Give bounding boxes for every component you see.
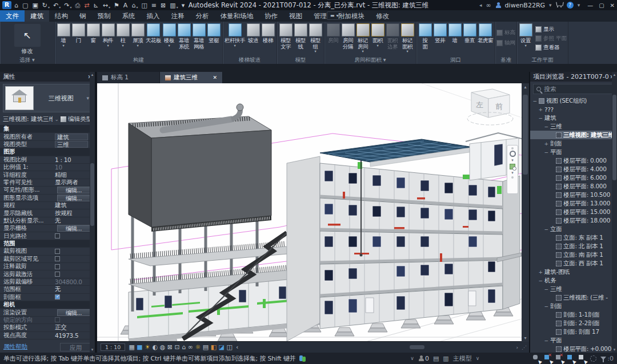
- edit-button[interactable]: 编辑...: [57, 309, 90, 316]
- select-links-toggle[interactable]: ▲: [533, 355, 540, 362]
- tree-item[interactable]: − 剖面: [530, 302, 617, 310]
- property-row[interactable]: 范围框 无 无: [0, 286, 95, 293]
- sync-with-central-icon[interactable]: ↻▾: [41, 2, 51, 9]
- ribbon-button[interactable]: 竖梃: [206, 23, 221, 48]
- property-row[interactable]: 渲染设置 编辑... 编辑...: [0, 309, 95, 316]
- tree-item[interactable]: 楼层平面: 13.000: [530, 199, 617, 208]
- ribbon-button[interactable]: 模型 组 ▾: [308, 23, 323, 54]
- property-value[interactable]: 正交: [55, 323, 66, 331]
- tree-expander[interactable]: −: [538, 115, 543, 121]
- search-icon[interactable]: ∞: [486, 2, 491, 9]
- tree-item[interactable]: − 视图 (SEC组织): [530, 96, 617, 105]
- ribbon-tab[interactable]: 系统: [117, 10, 141, 22]
- tree-item[interactable]: − 平面: [530, 148, 617, 156]
- tree-item[interactable]: 三维视图: 建筑三维: [530, 131, 617, 139]
- tree-item[interactable]: 楼层平面: 18.000: [530, 216, 617, 225]
- worksets-icon[interactable]: [299, 355, 306, 362]
- tree-expander[interactable]: −: [544, 338, 548, 343]
- tree-item[interactable]: 楼层平面: +0.000: [530, 345, 617, 353]
- displace-elements-icon[interactable]: ◪: [219, 343, 225, 351]
- select-underlay-toggle[interactable]: ✕▲: [544, 355, 552, 362]
- ribbon-button[interactable]: 幕墙 网格: [191, 23, 206, 54]
- tree-item[interactable]: 楼层平面: 6.000: [530, 173, 617, 182]
- ribbon-tab[interactable]: 分析: [190, 10, 215, 22]
- ribbon-tab[interactable]: 插入: [141, 10, 166, 22]
- ribbon-button[interactable]: 房间: [326, 23, 340, 48]
- tree-expander[interactable]: −: [538, 278, 543, 284]
- edit-button[interactable]: 编辑...: [57, 225, 90, 232]
- vcb-collapse-icon[interactable]: ‹: [236, 342, 238, 352]
- active-workset[interactable]: 主模型: [453, 354, 472, 363]
- property-row[interactable]: 图形: [0, 148, 95, 156]
- customize-qat-icon[interactable]: ▾: [181, 2, 187, 9]
- tree-item[interactable]: 楼层平面: 8.000: [530, 182, 617, 191]
- ribbon-button[interactable]: 标记 面积 ▾: [400, 23, 415, 54]
- property-row[interactable]: 视图类型 三维 三维: [0, 141, 95, 148]
- store-cart-icon[interactable]: [556, 2, 563, 7]
- ribbon-button[interactable]: 楼板 ▾: [162, 23, 177, 48]
- ribbon-button[interactable]: 模型 文字: [278, 23, 293, 54]
- tree-item[interactable]: 三维视图: (三维 -: [530, 293, 617, 302]
- ribbon-button[interactable]: 幕墙 系统: [177, 23, 191, 54]
- property-value[interactable]: 按规程: [55, 209, 73, 217]
- sun-path-icon[interactable]: ☀: [145, 343, 150, 351]
- ribbon-button[interactable]: 窗: [86, 23, 101, 48]
- property-value[interactable]: 无: [55, 285, 61, 293]
- unlocked-3d-view-icon[interactable]: ⌂: [182, 343, 186, 351]
- resize-grip[interactable]: ⋰: [522, 345, 526, 350]
- tree-item[interactable]: − 三维: [530, 285, 617, 293]
- tree-item[interactable]: 剖面: 1-1剖面: [530, 310, 617, 319]
- drag-on-selection-toggle[interactable]: ▲: [579, 355, 586, 362]
- highlight-displacement-sets-icon[interactable]: ◧: [211, 343, 217, 351]
- property-row[interactable]: 规程 建筑 建筑: [0, 202, 95, 209]
- view-cube[interactable]: 左 前: [467, 89, 513, 125]
- user-menu-caret[interactable]: ▾: [549, 2, 552, 8]
- signed-in-user[interactable]: diwenB22RG: [505, 2, 546, 9]
- tree-expander[interactable]: −: [532, 98, 537, 104]
- background-processes-icon[interactable]: [590, 355, 596, 362]
- tree-item[interactable]: 楼层平面: 10.500: [530, 191, 617, 199]
- property-row[interactable]: 投影模式 正交 正交: [0, 324, 95, 331]
- view-type-value[interactable]: 三维视图: 建筑三维: [3, 115, 53, 123]
- panel-label-room-area[interactable]: 房间和面积 ▾: [324, 56, 416, 64]
- ribbon-button[interactable]: 面积 边界: [385, 23, 400, 54]
- ribbon-tab[interactable]: 修改: [370, 10, 395, 22]
- property-value[interactable]: 建筑: [55, 201, 66, 209]
- workset-caret[interactable]: ∨: [410, 355, 414, 361]
- property-row[interactable]: 视图所有者 建筑 建筑: [0, 133, 95, 140]
- property-row[interactable]: 远剪裁激活: [0, 270, 95, 278]
- default-3d-view-icon[interactable]: ⌂▾: [130, 2, 139, 9]
- reveal-hidden-elements-icon[interactable]: ☼: [195, 343, 201, 351]
- property-row[interactable]: 裁剪视图: [0, 248, 95, 255]
- hscroll-right-icon[interactable]: ›: [516, 345, 518, 350]
- property-row[interactable]: 图形显示选项 编辑... 编辑...: [0, 195, 95, 202]
- active-workset-caret[interactable]: ∨: [476, 355, 480, 361]
- home-icon[interactable]: ⌂: [13, 2, 20, 9]
- back-icon[interactable]: ◂: [479, 2, 482, 8]
- property-value[interactable]: 41973.5: [55, 332, 78, 339]
- switch-windows-icon[interactable]: ▥▾: [169, 2, 179, 9]
- ribbon-tab[interactable]: 结构: [49, 10, 74, 22]
- undo-icon[interactable]: ↶▾: [52, 2, 62, 9]
- print-icon[interactable]: ⎙: [74, 2, 82, 9]
- drawing-area[interactable]: 左 前 ▾ ▾: [97, 83, 522, 342]
- property-value[interactable]: 10: [55, 164, 62, 171]
- property-row[interactable]: 零件可见性 显示两者 显示两者: [0, 179, 95, 187]
- tree-item[interactable]: 剖面: 剖面 17: [530, 327, 617, 336]
- temporary-view-properties-icon[interactable]: ▤: [203, 343, 209, 351]
- property-row[interactable]: 默认分析显示... 无 无: [0, 217, 95, 225]
- redo-icon[interactable]: ↷▾: [63, 2, 73, 9]
- ribbon-button[interactable]: 墙: [447, 23, 462, 48]
- checkbox[interactable]: [55, 233, 60, 238]
- ribbon-button[interactable]: 垂直: [462, 23, 477, 48]
- set-workplane-button[interactable]: 设置 ▾: [518, 23, 533, 51]
- checkbox[interactable]: [55, 264, 60, 269]
- ribbon-button[interactable]: 墙 ▾: [56, 23, 71, 48]
- ribbon-tab[interactable]: 预制: [92, 10, 117, 22]
- view-scale[interactable]: 1 : 10: [101, 343, 125, 351]
- help-icon[interactable]: ?: [567, 2, 574, 9]
- ribbon-tab[interactable]: 视图: [283, 10, 308, 22]
- checkbox[interactable]: [55, 256, 60, 261]
- property-row[interactable]: 相机: [0, 301, 95, 309]
- shadows-icon[interactable]: ◐: [153, 343, 158, 351]
